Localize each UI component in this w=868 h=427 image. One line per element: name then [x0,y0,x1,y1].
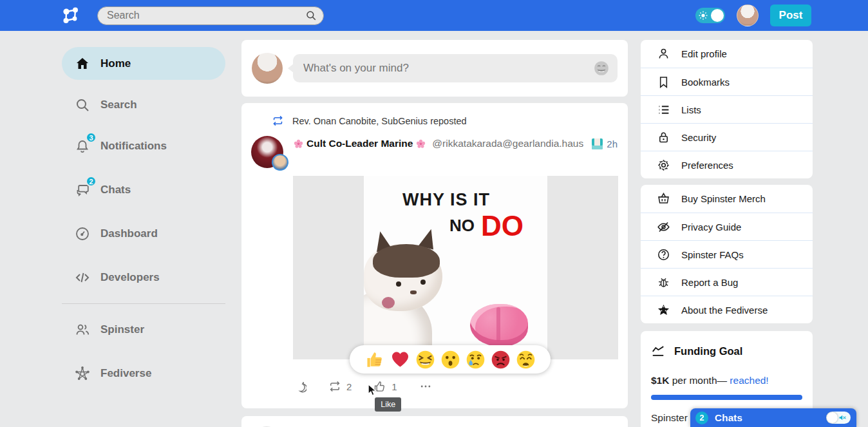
chat-bubbles-icon: 2 [74,182,91,198]
theme-toggle[interactable] [695,8,725,23]
funding-amount: $1K [651,375,669,386]
reply-button[interactable] [294,380,307,393]
sidebar-item-spinster[interactable]: Spinster [62,308,225,352]
reposter-avatar-image [272,154,288,171]
meme-text-line1: WHY IS IT [402,190,490,210]
reaction-crying-icon[interactable] [466,350,486,370]
compose-box [241,40,628,97]
basket-icon [657,192,670,205]
current-user-avatar[interactable] [737,5,759,26]
menu-item-bookmarks[interactable]: Bookmarks [641,68,813,95]
sidebar-item-home[interactable]: Home [62,47,225,80]
post-meta: Cult Co-Leader Marine @rikkatakarada@gea… [294,136,618,168]
menu-item-label: Spinster FAQs [681,249,744,260]
author-handle[interactable]: @rikkatakarada@gearlandia.haus [432,138,583,149]
dashboard-gauge-icon [74,225,91,242]
compose-input[interactable] [303,62,593,75]
menu-item-edit-profile[interactable]: Edit profile [641,40,813,68]
more-options-button[interactable] [419,380,432,393]
menu-item-lists[interactable]: Lists [641,95,813,123]
sidebar-item-chats[interactable]: 2 Chats [62,168,225,212]
flower-emoji [294,139,303,149]
menu-item-label: Security [681,132,716,143]
meme-image: WHY IS IT NO DO [364,176,547,359]
reaction-laughing-icon[interactable] [415,350,435,370]
search-icon [74,97,91,113]
author-name[interactable]: Cult Co-Leader Marine [307,138,413,149]
mouse-cursor [366,384,379,397]
author-avatar[interactable] [251,136,283,168]
chats-unread-badge: 2 [695,412,708,424]
emoji-picker-icon[interactable] [593,60,610,77]
reaction-heart-icon[interactable] [390,350,410,370]
reaction-thumbs-up-icon[interactable] [365,350,385,370]
reaction-weary-icon[interactable] [516,350,536,370]
cat-illustration [364,240,463,359]
repost-count: 2 [346,381,352,392]
instance-thumbnail-icon [592,138,603,149]
menu-item-about-fediverse[interactable]: About the Fediverse [641,296,813,323]
sun-icon [699,11,708,20]
spinster-logo-icon[interactable] [61,5,82,26]
repost-notice-text: Rev. Onan Canobite, SubGenius reposted [292,116,467,126]
funding-progress-bar [651,395,802,400]
chats-dock[interactable]: 2 Chats [690,408,856,427]
menu-item-faqs[interactable]: Spinster FAQs [641,240,813,268]
top-navbar: Post [0,0,868,31]
list-icon [657,103,670,117]
menu-item-label: Bookmarks [681,77,730,88]
next-post[interactable]: Feart n Tired @FeartnTired@spinster.xyz … [241,416,628,427]
sidebar-item-fediverse[interactable]: Fediverse [62,352,225,395]
menu-item-label: Lists [681,104,701,115]
menu-item-preferences[interactable]: Preferences [641,151,813,178]
sidebar-item-search[interactable]: Search [62,86,225,124]
menu-item-label: About the Fediverse [681,305,768,316]
speaker-mute-icon [838,413,847,422]
chats-mute-toggle[interactable] [826,412,851,424]
like-button[interactable]: 1 Like [373,380,397,393]
toggle-knob [827,412,838,423]
post-timestamp[interactable]: 2h [607,138,618,149]
funding-period: per month [669,375,717,386]
gear-icon [657,158,670,172]
sidebar-item-label: Chats [100,184,131,196]
sidebar-item-label: Notifications [100,140,167,153]
funding-reached-link[interactable]: reached! [730,375,768,386]
compose-avatar[interactable] [252,53,283,84]
repost-button[interactable]: 2 [328,380,352,393]
brain-illustration [470,304,528,346]
bell-icon: 3 [74,138,91,155]
code-icon [74,269,91,286]
post-actions: 2 1 Like [241,374,628,404]
search-icon[interactable] [305,10,317,21]
funding-title: Funding Goal [674,345,742,357]
post-button[interactable]: Post [770,5,811,26]
compose-bubble [293,54,618,82]
sidebar-item-dashboard[interactable]: Dashboard [62,212,225,256]
reaction-surprised-icon[interactable] [440,350,460,370]
question-circle-icon [657,248,670,261]
people-icon [74,321,91,338]
left-sidebar: Home Search 3 Notifications 2 [62,40,225,427]
meme-text-line3: DO [481,210,524,242]
menu-item-merch[interactable]: Buy Spinster Merch [641,185,813,213]
menu-item-security[interactable]: Security [641,123,813,151]
bug-icon [657,276,670,289]
post-media[interactable]: WHY IS IT NO DO [293,176,618,359]
sidebar-item-notifications[interactable]: 3 Notifications [62,124,225,168]
trend-chart-icon [651,344,665,358]
search-bar [97,6,324,25]
menu-item-report-bug[interactable]: Report a Bug [641,268,813,296]
repost-icon [272,115,284,127]
menu-item-label: Edit profile [681,48,727,59]
chats-badge: 2 [86,176,97,187]
reaction-angry-icon[interactable] [491,350,511,370]
post-header: Cult Co-Leader Marine @rikkatakarada@gea… [241,132,628,168]
menu-item-privacy-guide[interactable]: Privacy Guide [641,213,813,240]
lock-icon [657,131,670,144]
reaction-picker [350,345,551,374]
toggle-knob [711,9,724,22]
sidebar-item-developers[interactable]: Developers [62,256,225,299]
search-input[interactable] [107,10,305,21]
sidebar-item-label: Spinster [100,323,144,336]
